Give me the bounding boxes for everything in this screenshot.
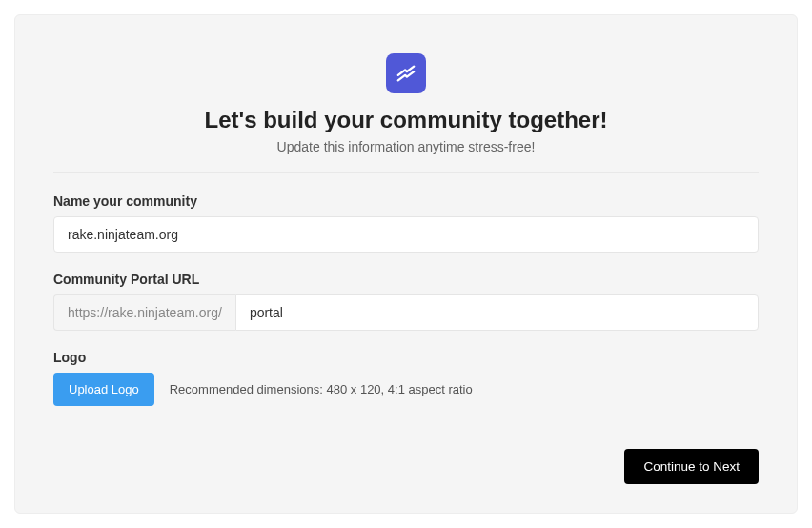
portal-url-prefix: https://rake.ninjateam.org/ <box>53 294 235 331</box>
community-name-group: Name your community <box>53 193 759 253</box>
community-name-label: Name your community <box>53 193 759 209</box>
upload-logo-button[interactable]: Upload Logo <box>53 373 154 406</box>
logo-upload-row: Upload Logo Recommended dimensions: 480 … <box>53 373 759 406</box>
community-name-input[interactable] <box>53 216 759 253</box>
continue-button[interactable]: Continue to Next <box>624 449 759 484</box>
brand-logo-icon <box>386 53 426 93</box>
portal-url-input[interactable] <box>235 294 759 331</box>
card-footer: Continue to Next <box>624 449 759 484</box>
portal-url-input-group: https://rake.ninjateam.org/ <box>53 294 759 331</box>
page-title: Let's build your community together! <box>53 107 759 133</box>
portal-url-group: Community Portal URL https://rake.ninjat… <box>53 272 759 331</box>
portal-url-label: Community Portal URL <box>53 272 759 287</box>
card-header: Let's build your community together! Upd… <box>53 53 759 173</box>
logo-group: Logo Upload Logo Recommended dimensions:… <box>53 350 759 406</box>
logo-label: Logo <box>53 350 759 365</box>
setup-card: Let's build your community together! Upd… <box>14 14 798 514</box>
logo-hint: Recommended dimensions: 480 x 120, 4:1 a… <box>170 382 473 396</box>
page-subtitle: Update this information anytime stress-f… <box>53 139 759 154</box>
